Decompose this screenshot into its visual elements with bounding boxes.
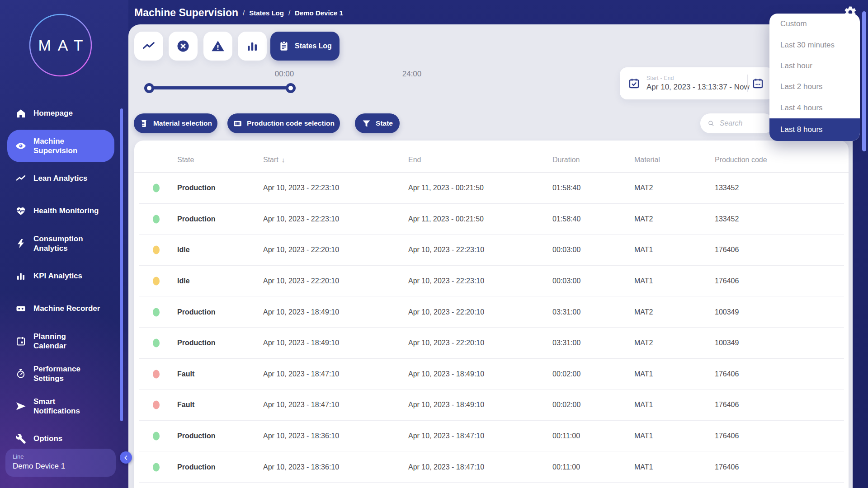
- table-row: Production Apr 10, 2023 - 18:49:10 Apr 1…: [134, 328, 849, 359]
- status-dot: [153, 246, 160, 254]
- chevron-left-icon: [123, 454, 130, 461]
- tab-trend[interactable]: [134, 32, 163, 61]
- cell-duration: 03:31:00: [552, 339, 580, 347]
- page: MAT Homepage Machine Supervision Lean An…: [0, 0, 868, 488]
- states-table: State Start ↓ End Duration Material Prod…: [134, 141, 849, 488]
- divider: [747, 75, 748, 92]
- time-range-menu-item[interactable]: Last 2 hours: [769, 76, 860, 97]
- sidebar-item-planning-calendar[interactable]: Planning Calendar: [7, 325, 114, 357]
- cell-material: MAT2: [634, 308, 653, 316]
- sidebar-item-label: Machine Supervision: [33, 136, 77, 156]
- time-range-menu-item[interactable]: Last 8 hours: [769, 118, 860, 141]
- column-header-start[interactable]: Start ↓: [263, 156, 285, 164]
- logo-text: MAT: [29, 14, 92, 77]
- sidebar-item-homepage[interactable]: Homepage: [7, 97, 114, 130]
- cell-state: Idle: [177, 277, 190, 285]
- sidebar-scrollbar[interactable]: [120, 108, 123, 421]
- cell-code: 133452: [715, 215, 739, 223]
- sidebar-item-smart-notifications[interactable]: Smart Notifications: [7, 390, 114, 422]
- time-range-menu-item[interactable]: Last 4 hours: [769, 98, 860, 118]
- sidebar-item-label: Smart Notifications: [33, 397, 80, 416]
- cell-end: Apr 10, 2023 - 18:47:10: [408, 463, 484, 471]
- recorder-icon: [15, 303, 26, 314]
- slider-handle-end[interactable]: [286, 83, 296, 93]
- cell-duration: 00:03:00: [552, 246, 580, 254]
- material-selection-button[interactable]: Material selection: [134, 113, 217, 133]
- sort-descending-icon: ↓: [282, 156, 285, 164]
- heart-pulse-icon: [15, 206, 26, 216]
- production-code-selection-label: Production code selection: [247, 119, 335, 127]
- sidebar-item-consumption-analytics[interactable]: Consumption Analytics: [7, 227, 114, 260]
- column-header-start-label: Start: [263, 156, 278, 164]
- cell-end: Apr 10, 2023 - 22:23:10: [408, 246, 484, 254]
- column-header-material[interactable]: Material: [634, 156, 660, 164]
- breadcrumb-separator: /: [243, 9, 245, 17]
- cell-start: Apr 10, 2023 - 22:23:10: [263, 215, 339, 223]
- search-box: [700, 113, 774, 133]
- sidebar-item-performance-settings[interactable]: Performance Settings: [7, 357, 114, 390]
- time-slider-track[interactable]: [149, 86, 291, 89]
- table-row: Fault Apr 10, 2023 - 18:47:10 Apr 10, 20…: [134, 359, 849, 390]
- tab-faults[interactable]: [169, 32, 198, 61]
- breadcrumb-device[interactable]: Demo Device 1: [295, 9, 343, 17]
- time-range-menu-item[interactable]: Last hour: [769, 56, 860, 76]
- cell-start: Apr 10, 2023 - 18:36:10: [263, 463, 339, 471]
- column-header-production-code[interactable]: Production code: [715, 156, 767, 164]
- app-logo: MAT: [29, 14, 92, 77]
- status-dot: [153, 401, 160, 409]
- time-range-menu: Custom Last 30 minutes Last hour Last 2 …: [769, 14, 860, 141]
- barcode-icon: [233, 119, 242, 128]
- breadcrumb-section[interactable]: States Log: [249, 9, 284, 17]
- send-icon: [15, 401, 26, 412]
- sidebar-item-machine-recorder[interactable]: Machine Recorder: [7, 292, 114, 325]
- sidebar-item-lean-analytics[interactable]: Lean Analytics: [7, 162, 114, 195]
- column-header-end[interactable]: End: [408, 156, 421, 164]
- status-dot: [153, 308, 160, 316]
- page-title: Machine Supervision: [134, 7, 238, 19]
- status-dot: [153, 339, 160, 347]
- warning-triangle-icon: [211, 39, 225, 53]
- sidebar-item-machine-supervision[interactable]: Machine Supervision: [7, 130, 114, 162]
- date-range-button[interactable]: Start - End Apr 10, 2023 - 13:13:37 - No…: [620, 67, 774, 99]
- sidebar-nav: Homepage Machine Supervision Lean Analyt…: [0, 97, 128, 455]
- device-card-name: Demo Device 1: [13, 462, 108, 471]
- cell-duration: 01:58:40: [552, 215, 580, 223]
- time-range-menu-item[interactable]: Last 30 minutes: [769, 34, 860, 55]
- sidebar-item-kpi-analytics[interactable]: KPI Analytics: [7, 260, 114, 292]
- slider-end-label: 24:00: [398, 70, 425, 79]
- clipboard-icon: [278, 40, 290, 52]
- cell-material: MAT1: [634, 401, 653, 409]
- cell-start: Apr 10, 2023 - 22:20:10: [263, 246, 339, 254]
- cell-material: MAT1: [634, 432, 653, 440]
- status-dot: [153, 184, 160, 192]
- cell-duration: 00:02:00: [552, 401, 580, 409]
- tab-statistics[interactable]: [238, 32, 267, 61]
- cell-state: Production: [177, 339, 215, 347]
- cell-start: Apr 10, 2023 - 18:49:10: [263, 339, 339, 347]
- cell-state: Fault: [177, 401, 194, 409]
- column-header-state[interactable]: State: [177, 156, 194, 164]
- sidebar-collapse-button[interactable]: [120, 451, 132, 464]
- page-scrollbar[interactable]: [862, 11, 866, 151]
- time-range-menu-item[interactable]: Custom: [769, 14, 860, 34]
- slider-handle-start[interactable]: [144, 83, 154, 93]
- calendar-picker-icon[interactable]: [752, 77, 764, 89]
- production-code-selection-button[interactable]: Production code selection: [227, 113, 340, 133]
- status-dot: [153, 370, 160, 378]
- tab-warnings[interactable]: [203, 32, 232, 61]
- device-card[interactable]: Line Demo Device 1: [5, 449, 116, 477]
- cell-start: Apr 10, 2023 - 22:23:10: [263, 184, 339, 192]
- column-header-duration[interactable]: Duration: [552, 156, 580, 164]
- cell-state: Production: [177, 308, 215, 316]
- state-filter-button[interactable]: State: [355, 113, 400, 133]
- cell-material: MAT1: [634, 463, 653, 471]
- trend-icon: [15, 173, 26, 184]
- tab-states-log[interactable]: States Log: [270, 32, 340, 61]
- sidebar-item-health-monitoring[interactable]: Health Monitoring: [7, 195, 114, 227]
- cell-end: Apr 10, 2023 - 22:23:10: [408, 277, 484, 285]
- calendar-icon: [15, 336, 26, 347]
- status-dot: [153, 215, 160, 223]
- home-icon: [15, 108, 26, 119]
- tab-states-log-label: States Log: [295, 42, 332, 50]
- search-input[interactable]: [719, 119, 769, 128]
